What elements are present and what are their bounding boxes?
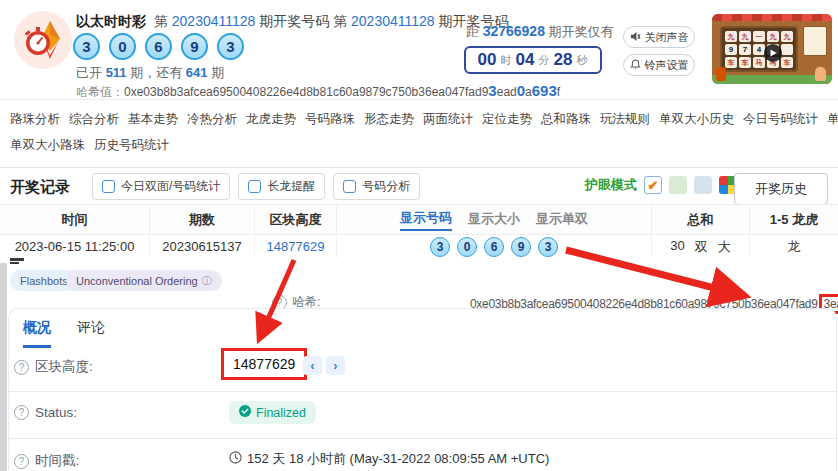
nav-item-odd-even-size-history[interactable]: 单双大小历史: [659, 111, 734, 128]
nav-item-basic-trend[interactable]: 基本走势: [128, 111, 178, 128]
filter-today-stats[interactable]: 今日双面/号码统计: [92, 173, 230, 200]
col-header-dragon-tiger: 1-5 龙虎: [750, 205, 838, 234]
tab-show-size[interactable]: 显示大小: [468, 210, 520, 230]
nav-item-rules[interactable]: 玩法规则: [600, 111, 650, 128]
hash-segment-highlight: 693: [532, 82, 557, 99]
drawn-label: 已开: [76, 65, 102, 80]
mute-button-label: 关闭声音: [645, 30, 689, 45]
countdown-minutes: 04: [516, 50, 535, 70]
filter-number-analysis[interactable]: 号码分析: [333, 173, 420, 200]
nav-item-sum-luzhu[interactable]: 总和路珠: [541, 111, 591, 128]
tab-show-odd-even[interactable]: 显示单双: [536, 210, 588, 230]
hash-segment-highlight: 0: [517, 82, 525, 99]
filter-checkboxes: 今日双面/号码统计 长龙提醒 号码分析: [92, 173, 420, 200]
nav-item-history-number-stats[interactable]: 历史号码统计: [94, 137, 169, 154]
countdown-hours-unit: 时: [501, 53, 512, 68]
sum-size: 大: [718, 238, 731, 256]
nav-item-dragon-tiger-trend[interactable]: 龙虎走势: [246, 111, 296, 128]
video-grass-decoration: [712, 75, 832, 84]
previous-block-button[interactable]: ‹: [303, 356, 322, 375]
nav-item-luzhu-analysis[interactable]: 路珠分析: [10, 111, 60, 128]
help-icon: ?: [14, 360, 29, 375]
chevron-right-icon: ›: [333, 358, 337, 373]
checkbox-icon[interactable]: [343, 180, 356, 193]
video-decorative-tile: 马: [753, 57, 765, 68]
nav-item-today-number-stats[interactable]: 今日号码统计: [743, 111, 818, 128]
nav-item-hot-cold-analysis[interactable]: 冷热分析: [187, 111, 237, 128]
eye-mode-label: 护眼模式: [585, 176, 637, 194]
winning-ball: 3: [217, 33, 244, 60]
hash-label: 哈希值：: [76, 85, 124, 99]
block-explorer-panel: Flashbots ⓘ Unconventional Ordering ⓘ ? …: [0, 258, 838, 471]
row-divider: [8, 391, 837, 392]
eye-mode-checkbox[interactable]: ✔: [644, 176, 662, 194]
nav-item-odd-even-size-history-2[interactable]: 单双大小历史: [827, 111, 838, 128]
col-header-sum: 总和: [652, 205, 750, 234]
countdown-timer: 00 时 04 分 28 秒: [464, 46, 602, 74]
mute-icon: [630, 31, 641, 44]
video-awning-decoration: [712, 14, 832, 21]
nav-item-position-trend[interactable]: 定位走势: [482, 111, 532, 128]
nav-item-comprehensive-analysis[interactable]: 综合分析: [69, 111, 119, 128]
winning-ball: 3: [73, 33, 100, 60]
drawn-count: 511: [106, 65, 127, 80]
mute-sound-button[interactable]: 关闭声音: [623, 26, 695, 48]
sum-value: 30: [670, 238, 684, 256]
period-unit: 期: [211, 65, 224, 80]
check-icon: ✔: [648, 178, 659, 193]
cell-time: 2023-06-15 11:25:00: [0, 235, 150, 258]
eye-mode-swatch-green[interactable]: [669, 176, 687, 194]
result-ball: 6: [484, 237, 504, 257]
eye-protection-controls: 护眼模式 ✔: [585, 176, 737, 194]
hash-segment: ead: [497, 85, 517, 99]
filter-streak-reminder[interactable]: 长龙提醒: [238, 173, 325, 200]
filter-label: 今日双面/号码统计: [121, 178, 220, 195]
video-character-decoration: [716, 67, 726, 81]
ringtone-settings-button[interactable]: 铃声设置: [623, 54, 695, 76]
nav-item-number-luzhu[interactable]: 号码路珠: [305, 111, 355, 128]
nav-item-two-sides-stats[interactable]: 两面统计: [423, 111, 473, 128]
winning-ball: 0: [109, 33, 136, 60]
block-height-link[interactable]: 14877629: [267, 239, 325, 254]
status-label-text: Status:: [35, 405, 77, 420]
block-height-label-text: 区块高度:: [35, 358, 93, 376]
status-field-label: ? Status:: [14, 405, 77, 420]
block-height-value: 14877629: [233, 356, 295, 372]
filter-label: 号码分析: [362, 178, 410, 195]
table-header-row: 时间 期数 区块高度 显示号码 显示大小 显示单双 总和 1-5 龙虎: [0, 205, 838, 235]
lottery-header: 以太时时彩 第 20230411128 期开奖号码 第 20230411128 …: [0, 0, 838, 100]
nav-item-odd-even-size-luzhu[interactable]: 单双大小路珠: [10, 137, 85, 154]
period-prefix-2: 第: [333, 13, 347, 29]
app-title: 以太时时彩: [76, 13, 146, 29]
countdown-target-period: 32766928: [483, 23, 545, 39]
draw-history-button[interactable]: 开奖历史: [734, 173, 828, 205]
timestamp-value-row: 152 天 18 小时前 (May-31-2022 08:09:55 AM +U…: [229, 450, 549, 468]
period-prefix: 第: [154, 13, 168, 29]
col-header-display-tabs: 显示号码 显示大小 显示单双: [337, 205, 652, 234]
play-icon[interactable]: [764, 44, 782, 62]
draw-progress: 已开 511 期，还有 641 期: [76, 64, 224, 82]
unconventional-ordering-badge[interactable]: Unconventional Ordering ⓘ: [66, 270, 222, 291]
eye-mode-swatch-blue[interactable]: [694, 176, 712, 194]
col-header-time: 时间: [0, 205, 150, 234]
video-number-tile: 7: [739, 44, 751, 55]
nav-item-pattern-trend[interactable]: 形态走势: [364, 111, 414, 128]
records-title: 开奖记录: [10, 178, 70, 197]
video-decorative-tile: 九: [767, 31, 779, 42]
countdown-prefix: 距: [466, 24, 479, 39]
table-row: 2023-06-15 11:25:00 20230615137 14877629…: [0, 235, 838, 259]
tab-overview[interactable]: 概况: [23, 319, 51, 348]
checkbox-icon[interactable]: [102, 180, 115, 193]
tab-show-numbers[interactable]: 显示号码: [400, 209, 452, 231]
promo-video-thumbnail[interactable]: 九 九 一 九 九 9 7 4 车 车 马 马: [712, 14, 832, 84]
next-block-button[interactable]: ›: [326, 356, 345, 375]
video-decorative-tile: 九: [781, 31, 793, 42]
video-character-decoration: [815, 67, 826, 81]
clock-icon: [229, 451, 242, 467]
tab-comments[interactable]: 评论: [77, 319, 105, 348]
scrollbar[interactable]: [0, 263, 7, 471]
checkbox-icon[interactable]: [248, 180, 261, 193]
status-badge: Finalized: [229, 401, 316, 424]
result-ball: 3: [430, 237, 450, 257]
video-decorative-tile: 车: [781, 57, 793, 68]
